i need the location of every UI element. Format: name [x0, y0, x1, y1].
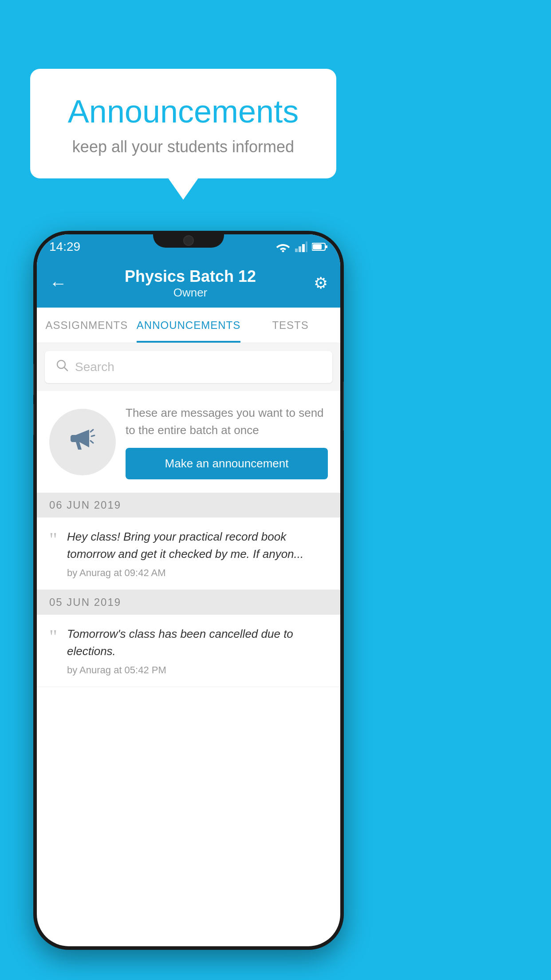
phone-notch [153, 231, 224, 248]
power-button[interactable] [343, 382, 344, 431]
announcement-text-2: Tomorrow's class has been cancelled due … [67, 625, 328, 660]
announcement-icon [65, 421, 100, 463]
svg-line-11 [91, 435, 94, 436]
battery-icon [312, 242, 328, 251]
svg-line-9 [64, 368, 68, 371]
svg-rect-2 [299, 246, 301, 252]
phone-container: 14:29 [33, 231, 344, 950]
speech-bubble-subtitle: keep all your students informed [48, 138, 319, 156]
make-announcement-button[interactable]: Make an announcement [126, 448, 328, 479]
quote-icon: " [49, 530, 57, 549]
tab-tests[interactable]: TESTS [240, 308, 340, 343]
speech-bubble: Announcements keep all your students inf… [30, 69, 336, 178]
nav-title-container: Physics Batch 12 Owner [125, 267, 256, 300]
promo-card: These are messages you want to send to t… [37, 391, 340, 493]
nav-bar: ← Physics Batch 12 Owner ⚙ [37, 259, 340, 308]
status-icons [276, 241, 328, 252]
back-button[interactable]: ← [49, 273, 67, 293]
wifi-icon [276, 241, 291, 252]
svg-line-12 [91, 441, 93, 443]
search-placeholder: Search [75, 360, 114, 374]
volume-down-button[interactable] [33, 404, 34, 435]
svg-rect-1 [295, 249, 298, 252]
tab-announcements[interactable]: ANNOUNCEMENTS [137, 308, 240, 343]
announcement-text-1: Hey class! Bring your practical record b… [67, 528, 328, 563]
content-area: Search [37, 343, 340, 687]
announcement-item-1[interactable]: " Hey class! Bring your practical record… [37, 518, 340, 590]
phone-screen: 14:29 [37, 234, 340, 946]
nav-subtitle: Owner [125, 286, 256, 300]
quote-icon-2: " [49, 627, 57, 647]
svg-point-0 [282, 250, 284, 252]
svg-rect-3 [302, 244, 305, 252]
announcement-meta-1: by Anurag at 09:42 AM [67, 567, 328, 579]
front-camera [183, 235, 194, 246]
svg-rect-4 [306, 241, 307, 252]
announcement-content-2: Tomorrow's class has been cancelled due … [67, 625, 328, 676]
speech-bubble-title: Announcements [48, 93, 319, 130]
svg-rect-6 [313, 244, 322, 249]
announcement-content-1: Hey class! Bring your practical record b… [67, 528, 328, 579]
signal-icon [295, 241, 307, 252]
search-bar[interactable]: Search [45, 351, 332, 383]
svg-rect-7 [326, 245, 327, 248]
promo-right: These are messages you want to send to t… [126, 404, 328, 479]
announcement-meta-2: by Anurag at 05:42 PM [67, 664, 328, 676]
settings-icon[interactable]: ⚙ [314, 274, 328, 292]
promo-icon-circle [49, 409, 116, 475]
phone-outer: 14:29 [33, 231, 344, 950]
date-separator-1: 06 JUN 2019 [37, 493, 340, 518]
status-time: 14:29 [49, 240, 80, 254]
search-icon [55, 359, 69, 375]
volume-up-button[interactable] [33, 364, 34, 395]
date-separator-2: 05 JUN 2019 [37, 590, 340, 615]
tabs-bar: ASSIGNMENTS ANNOUNCEMENTS TESTS [37, 308, 340, 343]
promo-description: These are messages you want to send to t… [126, 404, 328, 439]
nav-title: Physics Batch 12 [125, 267, 256, 286]
speech-bubble-container: Announcements keep all your students inf… [30, 69, 336, 178]
tab-assignments[interactable]: ASSIGNMENTS [37, 308, 137, 343]
svg-line-10 [91, 430, 93, 432]
announcement-item-2[interactable]: " Tomorrow's class has been cancelled du… [37, 615, 340, 687]
